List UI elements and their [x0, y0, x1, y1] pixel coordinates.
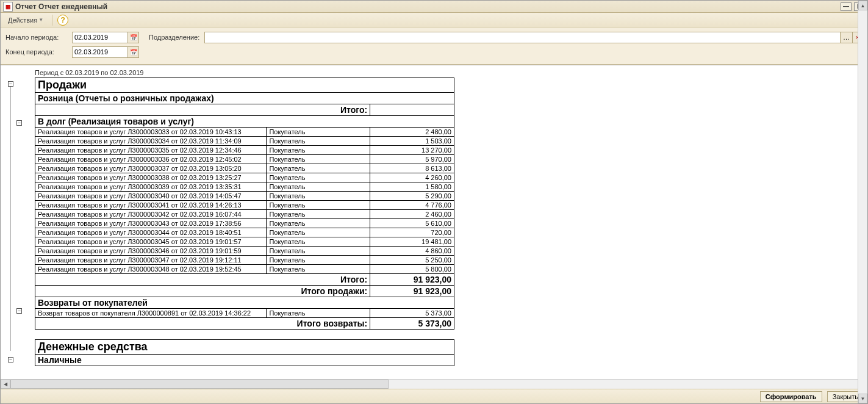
- cell-buyer: Покупатель: [267, 173, 370, 182]
- cell-desc: Реализация товаров и услуг Л3000003039 о…: [35, 182, 267, 192]
- credit-total-label: Итого:: [35, 274, 370, 286]
- table-row[interactable]: Реализация товаров и услуг Л3000003042 о…: [35, 210, 454, 219]
- table-row[interactable]: Реализация товаров и услуг Л3000003039 о…: [35, 182, 454, 192]
- actions-menu[interactable]: Действия ▼: [4, 15, 47, 25]
- window-title: Отчет Отчет ежедневный: [15, 2, 107, 11]
- cell-amount: 1 503,00: [370, 137, 454, 146]
- outline-line: [10, 84, 11, 351]
- retail-total-label: Итого:: [35, 104, 370, 116]
- division-select-button[interactable]: …: [841, 32, 853, 43]
- cell-amount: 5 373,00: [370, 309, 454, 318]
- cell-buyer: Покупатель: [267, 155, 370, 164]
- table-row[interactable]: Реализация товаров и услуг Л3000003033 о…: [35, 128, 454, 137]
- end-period-input[interactable]: [72, 46, 128, 58]
- cell-amount: 1 580,00: [370, 182, 454, 192]
- start-calendar-button[interactable]: 📅: [128, 32, 139, 43]
- end-calendar-button[interactable]: 📅: [128, 46, 139, 58]
- cell-desc: Реализация товаров и услуг Л3000003042 о…: [35, 210, 267, 219]
- cell-buyer: Покупатель: [267, 228, 370, 237]
- titlebar: ▦ Отчет Отчет ежедневный — ❐: [1, 1, 867, 13]
- report-icon: ▦: [3, 2, 13, 12]
- cell-desc: Реализация товаров и услуг Л3000003038 о…: [35, 173, 267, 182]
- minimize-button[interactable]: —: [841, 2, 852, 11]
- cell-buyer: Покупатель: [267, 192, 370, 201]
- table-row[interactable]: Реализация товаров и услуг Л3000003035 о…: [35, 146, 454, 155]
- returns-total-value: 5 373,00: [370, 318, 454, 330]
- cell-amount: 720,00: [370, 228, 454, 237]
- table-row[interactable]: Реализация товаров и услуг Л3000003043 о…: [35, 219, 454, 228]
- cell-amount: 5 970,00: [370, 155, 454, 164]
- cell-buyer: Покупатель: [267, 256, 370, 265]
- table-row[interactable]: Реализация товаров и услуг Л3000003038 о…: [35, 173, 454, 182]
- scroll-left-button[interactable]: ◀: [1, 380, 10, 389]
- table-row[interactable]: Реализация товаров и услуг Л3000003041 о…: [35, 201, 454, 210]
- returns-total-label: Итого возвраты:: [35, 318, 370, 330]
- cell-amount: 5 800,00: [370, 265, 454, 274]
- table-row[interactable]: Реализация товаров и услуг Л3000003040 о…: [35, 192, 454, 201]
- footer: Сформировать Закрыть: [1, 389, 867, 403]
- cell-desc: Возврат товаров от покупателя Л300000089…: [35, 309, 267, 318]
- division-input[interactable]: [204, 32, 841, 43]
- cell-amount: 13 270,00: [370, 146, 454, 155]
- cell-desc: Реализация товаров и услуг Л3000003035 о…: [35, 146, 267, 155]
- cell-buyer: Покупатель: [267, 137, 370, 146]
- outline-collapse-sales[interactable]: −: [8, 81, 13, 87]
- help-button[interactable]: ?: [57, 15, 68, 26]
- cell-desc: Реализация товаров и услуг Л3000003043 о…: [35, 219, 267, 228]
- outline-gutter: − − − −: [1, 65, 18, 379]
- heading-cash: Денежные средства: [35, 340, 454, 355]
- cell-buyer: Покупатель: [267, 128, 370, 137]
- credit-total-value: 91 923,00: [370, 274, 454, 286]
- cell-amount: 5 250,00: [370, 256, 454, 265]
- report-table: Продажи Розница (Отчеты о розничных прод…: [35, 78, 454, 330]
- toolbar-separator: [52, 15, 52, 26]
- cell-desc: Реализация товаров и услуг Л3000003046 о…: [35, 247, 267, 256]
- cell-buyer: Покупатель: [267, 146, 370, 155]
- heading-cash-sub: Наличные: [35, 355, 454, 366]
- cell-desc: Реализация товаров и услуг Л3000003041 о…: [35, 201, 267, 210]
- table-row[interactable]: Реализация товаров и услуг Л3000003046 о…: [35, 247, 454, 256]
- cell-buyer: Покупатель: [267, 265, 370, 274]
- report-area: − − − − Период с 02.03.2019 по 02.03.201…: [1, 65, 867, 379]
- table-row[interactable]: Реализация товаров и услуг Л3000003034 о…: [35, 137, 454, 146]
- heading-returns: Возвраты от покупателей: [35, 297, 454, 309]
- cell-buyer: Покупатель: [267, 201, 370, 210]
- table-row[interactable]: Реализация товаров и услуг Л3000003044 о…: [35, 228, 454, 237]
- cell-buyer: Покупатель: [267, 219, 370, 228]
- cell-desc: Реализация товаров и услуг Л3000003048 о…: [35, 265, 267, 274]
- cell-amount: 5 610,00: [370, 219, 454, 228]
- cell-amount: 4 860,00: [370, 247, 454, 256]
- cell-amount: 2 460,00: [370, 210, 454, 219]
- cell-buyer: Покупатель: [267, 309, 370, 318]
- cell-buyer: Покупатель: [267, 237, 370, 247]
- table-row[interactable]: Реализация товаров и услуг Л3000003036 о…: [35, 155, 454, 164]
- sales-total-value: 91 923,00: [370, 286, 454, 297]
- cell-desc: Реализация товаров и услуг Л3000003047 о…: [35, 256, 267, 265]
- cell-desc: Реализация товаров и услуг Л3000003034 о…: [35, 137, 267, 146]
- actions-label: Действия: [8, 16, 37, 24]
- vertical-scrollbar[interactable]: ▲ ▼: [858, 65, 867, 379]
- cell-buyer: Покупатель: [267, 164, 370, 173]
- table-row[interactable]: Реализация товаров и услуг Л3000003045 о…: [35, 237, 454, 247]
- retail-total-value: [370, 104, 454, 116]
- cell-amount: 8 613,00: [370, 164, 454, 173]
- table-row[interactable]: Возврат товаров от покупателя Л300000089…: [35, 309, 454, 318]
- cell-desc: Реализация товаров и услуг Л3000003040 о…: [35, 192, 267, 201]
- outline-collapse-cash[interactable]: −: [8, 357, 13, 363]
- scroll-thumb[interactable]: [10, 380, 389, 389]
- cell-desc: Реализация товаров и услуг Л3000003036 о…: [35, 155, 267, 164]
- cell-buyer: Покупатель: [267, 182, 370, 192]
- cell-amount: 19 481,00: [370, 237, 454, 247]
- cell-amount: 5 290,00: [370, 192, 454, 201]
- table-row[interactable]: Реализация товаров и услуг Л3000003048 о…: [35, 265, 454, 274]
- cell-amount: 2 480,00: [370, 128, 454, 137]
- report-content[interactable]: Период с 02.03.2019 по 02.03.2019 Продаж…: [18, 65, 867, 379]
- cell-desc: Реализация товаров и услуг Л3000003045 о…: [35, 237, 267, 247]
- table-row[interactable]: Реализация товаров и услуг Л3000003047 о…: [35, 256, 454, 265]
- chevron-down-icon: ▼: [38, 17, 43, 23]
- table-row[interactable]: Реализация товаров и услуг Л3000003037 о…: [35, 164, 454, 173]
- cell-desc: Реализация товаров и услуг Л3000003037 о…: [35, 164, 267, 173]
- start-period-input[interactable]: [72, 32, 128, 43]
- horizontal-scrollbar[interactable]: ◀ ▶: [1, 379, 867, 389]
- generate-button[interactable]: Сформировать: [760, 391, 822, 402]
